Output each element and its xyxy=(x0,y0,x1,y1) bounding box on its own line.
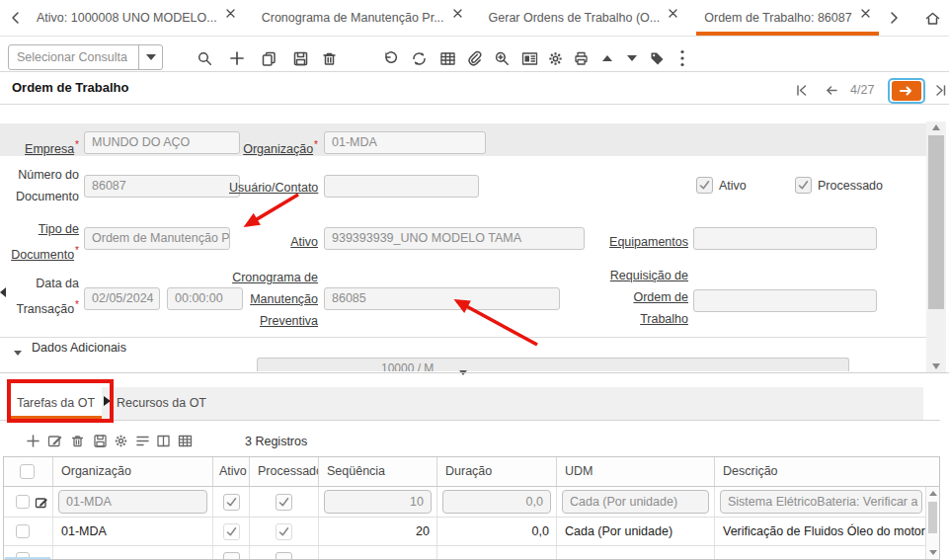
more-tabs-icon[interactable] xyxy=(104,396,111,406)
grid-columns-icon[interactable] xyxy=(154,432,172,449)
tipo-documento-field[interactable]: Ordem de Manutenção P xyxy=(84,227,230,250)
settings-gear-icon[interactable] xyxy=(542,45,568,71)
cell-ativo-checkbox[interactable] xyxy=(223,523,240,540)
clipped-description-field[interactable]: 10000 / M xyxy=(257,358,849,371)
grid-group-rows-icon[interactable] xyxy=(133,432,151,449)
close-icon[interactable] xyxy=(668,8,678,19)
cronograma-label[interactable]: Cronograma de Manutenção Preventiva xyxy=(229,267,318,332)
row-edit-icon[interactable] xyxy=(35,495,50,510)
collapse-section-icon[interactable] xyxy=(594,45,620,71)
column-header-ativo[interactable]: Ativo xyxy=(213,457,250,486)
tab-ativo[interactable]: Ativo: 1000008 UNO MODELO... xyxy=(24,0,249,36)
scrollbar-thumb[interactable] xyxy=(928,502,937,533)
attachment-icon[interactable] xyxy=(460,45,486,71)
query-selector[interactable]: Selecionar Consulta xyxy=(8,44,163,70)
grid-delete-icon[interactable] xyxy=(68,432,86,449)
form-scroll-down-icon[interactable] xyxy=(459,364,467,378)
search-icon[interactable] xyxy=(192,45,217,71)
grid-edit-icon[interactable] xyxy=(46,432,64,449)
query-selector-dropdown-button[interactable] xyxy=(138,45,162,69)
usuario-contato-field[interactable] xyxy=(324,175,479,198)
home-icon[interactable] xyxy=(923,8,943,28)
cell-processado-checkbox[interactable] xyxy=(276,552,292,560)
usuario-contato-label[interactable]: Usuário/Contato xyxy=(229,177,318,199)
delete-icon[interactable] xyxy=(316,45,342,71)
scroll-up-icon[interactable] xyxy=(926,124,946,130)
next-record-button[interactable] xyxy=(888,78,925,104)
row-select-checkbox[interactable] xyxy=(16,495,30,509)
dados-adicionais-section[interactable]: Dados Adicionais xyxy=(32,341,126,355)
grid-view-icon[interactable] xyxy=(435,45,460,71)
tabs-scroll-left-icon[interactable] xyxy=(8,8,24,28)
more-options-icon[interactable] xyxy=(670,45,695,71)
table-row[interactable] xyxy=(4,546,927,560)
close-icon[interactable] xyxy=(452,8,463,19)
panel-splitter[interactable] xyxy=(0,372,949,373)
close-icon[interactable] xyxy=(860,8,871,19)
ativo-ref-label[interactable]: Ativo xyxy=(229,231,318,253)
equipamentos-field[interactable] xyxy=(693,227,877,250)
column-header-organizacao[interactable]: Organização xyxy=(53,457,213,486)
empresa-field[interactable]: MUNDO DO AÇO xyxy=(84,131,240,154)
section-collapse-icon[interactable] xyxy=(14,345,22,359)
cronograma-field[interactable]: 86085 xyxy=(324,287,560,310)
cell-descricao-input[interactable]: Sistema ElétricoBateria: Verificar a con xyxy=(720,490,922,514)
last-record-icon[interactable] xyxy=(929,79,949,101)
column-header-descricao[interactable]: Descrição xyxy=(715,457,939,486)
numero-documento-field[interactable]: 86087 xyxy=(84,175,240,198)
copy-icon[interactable] xyxy=(256,45,281,71)
equipamentos-label[interactable]: Equipamentos xyxy=(593,231,688,253)
scroll-down-icon[interactable] xyxy=(926,363,946,369)
cell-ativo-checkbox[interactable] xyxy=(223,552,240,560)
tipo-documento-label[interactable]: Tipo de Documento xyxy=(0,218,79,266)
form-scrollbar[interactable] xyxy=(926,121,946,372)
tag-icon[interactable] xyxy=(644,45,670,71)
table-row[interactable]: 01-MDA 10 0,0 Cada (Por unidade) Sistema… xyxy=(4,487,927,518)
row-select-checkbox[interactable] xyxy=(16,524,30,538)
grid-settings-icon[interactable] xyxy=(112,432,129,449)
tab-gerar-ordens[interactable]: Gerar Ordens de Trabalho (O... xyxy=(476,0,692,36)
organizacao-label[interactable]: Organização xyxy=(229,134,318,160)
cell-udm-input[interactable]: Cada (Por unidade) xyxy=(562,490,709,514)
add-icon[interactable] xyxy=(224,45,250,71)
data-transacao-date-field[interactable]: 02/05/2024 xyxy=(84,287,160,310)
scrollbar-thumb[interactable] xyxy=(928,135,944,309)
expand-section-icon[interactable] xyxy=(619,45,645,71)
cell-ativo-checkbox[interactable] xyxy=(223,494,240,511)
table-scrollbar[interactable] xyxy=(925,487,939,559)
cell-processado-checkbox[interactable] xyxy=(276,523,292,540)
requisicao-field[interactable] xyxy=(693,289,877,312)
grid-save-icon[interactable] xyxy=(91,432,109,449)
empresa-label[interactable]: Empresa xyxy=(0,134,79,160)
column-header-udm[interactable]: UDM xyxy=(557,457,715,486)
processado-checkbox[interactable] xyxy=(795,177,812,194)
tab-recursos-da-ot[interactable]: Recursos da OT xyxy=(115,387,208,420)
tab-cronograma[interactable]: Cronograma de Manutenção Pr... xyxy=(249,0,476,36)
close-icon[interactable] xyxy=(225,8,236,19)
table-row[interactable]: 01-MDA 20 0,0 Cada (Por unidade) Verific… xyxy=(4,518,927,546)
tab-tarefas-da-ot[interactable]: Tarefas da OT xyxy=(10,387,102,420)
tab-ordem-de-trabalho[interactable]: Ordem de Trabalho: 86087 xyxy=(691,0,883,36)
form-scroll-left-icon[interactable] xyxy=(0,286,6,300)
grid-table-icon[interactable] xyxy=(176,432,194,449)
scroll-up-icon[interactable] xyxy=(926,491,939,496)
zoom-in-icon[interactable] xyxy=(489,45,514,71)
cell-processado-checkbox[interactable] xyxy=(276,494,292,511)
select-all-checkbox[interactable] xyxy=(20,464,35,479)
column-header-duracao[interactable]: Duração xyxy=(437,457,557,486)
organizacao-field[interactable]: 01-MDA xyxy=(324,131,486,154)
ativo-ref-field[interactable]: 939393939_UNO MODELO TAMA xyxy=(324,227,585,250)
column-header-processado[interactable]: Processado xyxy=(250,457,319,486)
first-record-icon[interactable] xyxy=(790,79,812,101)
tabs-scroll-right-icon[interactable] xyxy=(884,8,904,28)
undo-icon[interactable] xyxy=(377,45,403,71)
refresh-icon[interactable] xyxy=(406,45,432,71)
ativo-checkbox[interactable] xyxy=(696,177,713,194)
details-view-icon[interactable] xyxy=(516,45,542,71)
cell-organizacao-input[interactable]: 01-MDA xyxy=(58,490,207,514)
grid-add-icon[interactable] xyxy=(24,432,41,449)
print-icon[interactable] xyxy=(568,45,593,71)
cell-duracao-input[interactable]: 0,0 xyxy=(442,490,551,514)
column-header-sequencia[interactable]: Seqüência xyxy=(319,457,437,486)
scroll-down-icon[interactable] xyxy=(926,550,939,555)
